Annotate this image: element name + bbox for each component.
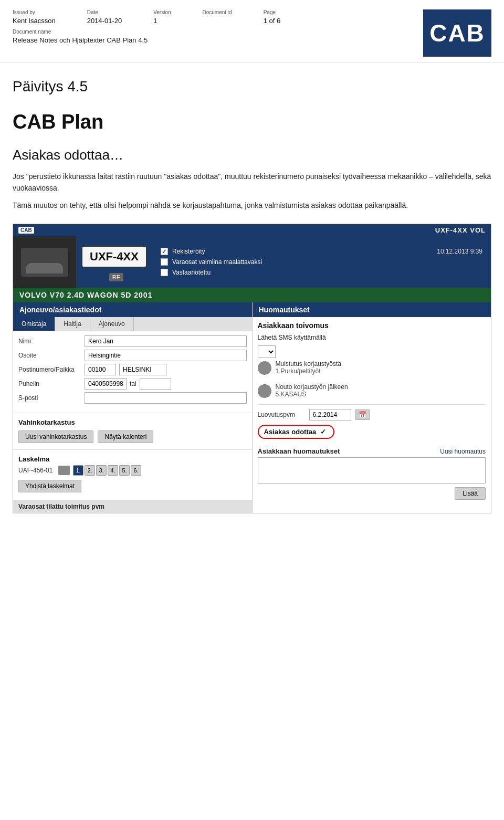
page-col: Page 1 of 6 <box>264 9 281 25</box>
input-nimi[interactable] <box>85 335 247 347</box>
date-label: Date <box>87 9 122 15</box>
input-sposti[interactable] <box>85 392 247 404</box>
comments-section: Asiakkaan huomautukset Uusi huomautus Li… <box>258 447 486 500</box>
issued-by-value: Kent Isacsson <box>13 17 56 25</box>
tab-bar: Omistaja Haltija Ajoneuvo <box>13 317 252 331</box>
page-btn-3[interactable]: 3. <box>96 465 107 476</box>
comments-textarea[interactable] <box>258 457 486 483</box>
tab-ajoneuvo[interactable]: Ajoneuvo <box>90 317 134 331</box>
status-label-1: Varaosat valmiina maalattavaksi <box>172 258 262 266</box>
right-heading: Asiakkaan toivomus <box>258 321 486 330</box>
asiakas-odottaa-box: Asiakas odottaa ✓ <box>258 425 335 439</box>
luovutuspvm-input[interactable] <box>309 409 351 420</box>
right-content: Asiakkaan toivomus Lähetä SMS käyttämäll… <box>253 317 491 504</box>
status-date-0: 10.12.2013 9:39 <box>437 248 482 255</box>
product-title: CAB Plan <box>13 111 491 133</box>
form-row-postinumero: Postinumero/Paikka <box>18 364 247 375</box>
doc-name-value: Release Notes och Hjälptexter CAB Plan 4… <box>13 36 148 44</box>
page-btn-5[interactable]: 5. <box>119 465 130 476</box>
yhdista-laskelmat-button[interactable]: Yhdistä laskelmat <box>18 480 81 492</box>
status-row-1: Varaosat valmiina maalattavaksi <box>161 258 482 266</box>
input-puhelin[interactable] <box>85 378 127 390</box>
vehicle-image-area <box>13 236 76 288</box>
input-city[interactable] <box>119 364 166 375</box>
date-value: 2014-01-20 <box>87 17 122 25</box>
laskelma-subtitle: Laskelma <box>18 455 247 465</box>
app-screenshot: CAB UXF-4XX VOL UXF-4XX RE Rekisteröity … <box>13 224 491 513</box>
laskelma-id: UAF-456-01 <box>18 467 55 474</box>
topbar-title: UXF-4XX VOL <box>435 226 486 234</box>
doc-id-label: Document id <box>203 9 232 15</box>
uusi-huomautus-link[interactable]: Uusi huomautus <box>440 448 486 455</box>
issued-by-label: Issued by <box>13 9 56 15</box>
header-meta: Issued by Kent Isacsson Date 2014-01-20 … <box>13 9 423 44</box>
asiakas-odottaa-text: Asiakas odottaa <box>264 428 317 436</box>
date-row: Luovutuspvm 📅 <box>258 409 486 420</box>
status-checkbox-0[interactable] <box>161 248 168 255</box>
yhdista-row: Yhdistä laskelmat <box>18 478 247 495</box>
date-col: Date 2014-01-20 <box>87 9 122 25</box>
tai-label: tai <box>130 380 136 387</box>
laskelma-row: UAF-456-01 1. 2. 3. 4. 5. 6. <box>18 465 247 476</box>
varaosat-bar: Varaosat tilattu toimitus pvm <box>13 500 252 513</box>
page-btn-2[interactable]: 2. <box>85 465 95 476</box>
left-panel: Ajoneuvo/asiakastiedot Omistaja Haltija … <box>13 302 253 513</box>
page-label: Page <box>264 9 281 15</box>
section-heading: Asiakas odottaa… <box>13 147 491 163</box>
reminder-text-0: Muistutus korjaustyöstä 1.Purku/peltityö… <box>276 360 341 375</box>
uusi-vahinkotarkastus-button[interactable]: Uusi vahinkotarkastus <box>18 430 93 443</box>
comments-label: Asiakkaan huomautukset <box>258 447 340 455</box>
vahinkotarkastus-subtitle: Vahinkotarkastus <box>13 415 252 428</box>
reminder-icon-1 <box>258 384 271 398</box>
form-row-sposti: S-posti <box>18 392 247 404</box>
vehicle-status-area: Rekisteröity 10.12.2013 9:39 Varaosat va… <box>152 236 491 288</box>
vin-bar: VOLVO V70 2.4D WAGON 5D 2001 <box>13 288 491 302</box>
sms-row: Lähetä SMS käyttämällä <box>258 334 486 341</box>
vehicle-header: UXF-4XX RE Rekisteröity 10.12.2013 9:39 … <box>13 236 491 288</box>
left-panel-title: Ajoneuvo/asiakastiedot <box>13 302 252 317</box>
laskelma-img-icon[interactable] <box>58 466 70 475</box>
reminder-title-1: Nouto korjaustyön jälkeen <box>276 383 348 391</box>
body-text-1: Jos "perustieto ikkunassa laitat rastiin… <box>13 171 491 194</box>
page-btn-1[interactable]: 1. <box>73 465 83 476</box>
input-postinumero[interactable] <box>85 364 116 375</box>
nayta-kalenteri-button[interactable]: Näytä kalenteri <box>98 430 153 443</box>
status-row-2: Vastaanotettu <box>161 269 482 276</box>
version-label: Version <box>153 9 171 15</box>
status-row-0: Rekisteröity 10.12.2013 9:39 <box>161 248 482 255</box>
sms-select[interactable] <box>258 345 276 358</box>
right-panel: Huomautukset Asiakkaan toivomus Lähetä S… <box>253 302 491 513</box>
main-content: Päivitys 4.5 CAB Plan Asiakas odottaa… J… <box>0 62 504 524</box>
status-checkbox-2[interactable] <box>161 269 168 276</box>
cab-logo-text: CAB <box>429 19 485 47</box>
reminder-item-0: Muistutus korjaustyöstä 1.Purku/peltityö… <box>258 358 486 377</box>
form-row-nimi: Nimi <box>18 335 247 347</box>
reminder-sub-1: 5.KASAUS <box>276 391 348 398</box>
tab-haltija[interactable]: Haltija <box>55 317 90 331</box>
lisaa-button[interactable]: Lisää <box>455 487 486 500</box>
topbar-left: CAB <box>18 227 34 234</box>
page-btn-6[interactable]: 6. <box>131 465 141 476</box>
status-checkbox-1[interactable] <box>161 258 168 266</box>
label-osoite: Osoite <box>18 352 81 359</box>
page-title: Päivitys 4.5 <box>13 78 491 95</box>
body-text-2: Tämä muutos on tehty, että olisi helpomp… <box>13 199 491 211</box>
form-row-osoite: Osoite <box>18 350 247 361</box>
header-row-1: Issued by Kent Isacsson Date 2014-01-20 … <box>13 9 423 25</box>
doc-id-col: Document id <box>203 9 232 25</box>
app-topbar: CAB UXF-4XX VOL <box>13 224 491 236</box>
tab-omistaja[interactable]: Omistaja <box>13 317 55 331</box>
status-label-2: Vastaanotettu <box>172 269 211 276</box>
input-puhelin2[interactable] <box>140 378 171 390</box>
page-btn-4[interactable]: 4. <box>108 465 118 476</box>
app-panels: Ajoneuvo/asiakastiedot Omistaja Haltija … <box>13 302 491 513</box>
input-osoite[interactable] <box>85 350 247 361</box>
asiakas-odottaa-check-icon: ✓ <box>320 428 326 436</box>
comments-header: Asiakkaan huomautukset Uusi huomautus <box>258 447 486 455</box>
issued-by-col: Issued by Kent Isacsson <box>13 9 56 25</box>
cab-logo: CAB <box>423 9 491 57</box>
right-panel-title: Huomautukset <box>253 302 491 317</box>
laskelma-section: Laskelma UAF-456-01 1. 2. 3. 4. 5. 6. <box>13 452 252 498</box>
calendar-icon[interactable]: 📅 <box>355 409 370 420</box>
label-puhelin: Puhelin <box>18 380 81 387</box>
